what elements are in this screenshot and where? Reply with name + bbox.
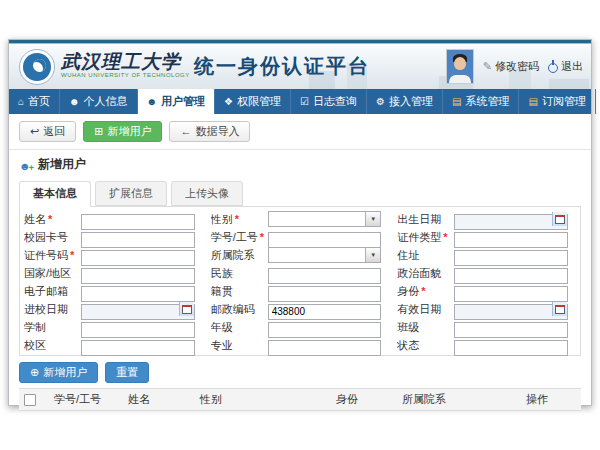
nav-item-home[interactable]: ⌂首页 bbox=[9, 89, 60, 114]
schooling-length-field-wrap bbox=[81, 319, 195, 335]
form-field-address: 住址 bbox=[397, 246, 576, 264]
calendar-picker-button[interactable] bbox=[552, 302, 567, 316]
political-status-label: 政治面貌 bbox=[397, 266, 454, 281]
id-number-field-wrap bbox=[81, 247, 195, 263]
gender-select[interactable]: ▼ bbox=[268, 211, 382, 227]
app-window: 武汉理工大学 WUHAN UNIVERSITY OF TECHNOLOGY 统一… bbox=[8, 39, 592, 406]
name-input[interactable] bbox=[81, 214, 195, 230]
status-input[interactable] bbox=[454, 340, 568, 356]
dropdown-button[interactable]: ▼ bbox=[365, 248, 380, 262]
nav-item-access-management[interactable]: ⚙接入管理 bbox=[367, 89, 443, 114]
department-select[interactable]: ▼ bbox=[268, 247, 382, 263]
form-field-campus-card-number: 校园卡号 bbox=[24, 228, 203, 246]
grade-field-wrap bbox=[268, 319, 382, 335]
schooling-length-input[interactable] bbox=[81, 322, 195, 338]
add-user-toolbar-button[interactable]: ⊞ 新增用户 bbox=[83, 121, 162, 142]
class-input[interactable] bbox=[454, 322, 568, 338]
form-field-identity: 身份* bbox=[397, 282, 576, 300]
table-column-header: 学号/工号 bbox=[49, 389, 123, 411]
tab-extended-info[interactable]: 扩展信息 bbox=[95, 181, 167, 206]
toolbar: ↩ 返回 ⊞ 新增用户 ← 数据导入 bbox=[19, 121, 581, 142]
form-field-gender: 性别*▼ bbox=[211, 210, 390, 228]
key-icon: ❖ bbox=[224, 97, 233, 107]
avatar-shoulders bbox=[449, 75, 471, 84]
chevron-down-icon: ▼ bbox=[370, 252, 376, 258]
student-employee-id-field-wrap bbox=[268, 229, 382, 245]
name-label: 姓名* bbox=[24, 212, 81, 227]
nav-item-system-management[interactable]: ▤系统管理 bbox=[443, 89, 519, 114]
postal-code-input[interactable] bbox=[268, 304, 382, 320]
email-field-wrap bbox=[81, 283, 195, 299]
university-name-en: WUHAN UNIVERSITY OF TECHNOLOGY bbox=[61, 72, 190, 78]
email-label: 电子邮箱 bbox=[24, 284, 81, 299]
nav-bar: ⌂首页☻个人信息☻用户管理❖权限管理☑日志查询⚙接入管理▤系统管理▤订阅管理 bbox=[9, 89, 591, 114]
campus-input[interactable] bbox=[81, 340, 195, 356]
id-type-input[interactable] bbox=[454, 232, 568, 248]
nav-item-subscription-management[interactable]: ▤订阅管理 bbox=[519, 89, 595, 114]
change-password-link[interactable]: ✎ 修改密码 bbox=[483, 59, 539, 74]
nav-item-label: 日志查询 bbox=[313, 94, 357, 109]
back-button[interactable]: ↩ 返回 bbox=[19, 121, 76, 142]
id-type-label: 证件类型* bbox=[397, 230, 454, 245]
political-status-input[interactable] bbox=[454, 268, 568, 284]
student-employee-id-input[interactable] bbox=[268, 232, 382, 248]
valid-date-input[interactable] bbox=[454, 304, 568, 320]
email-input[interactable] bbox=[81, 286, 195, 302]
nav-item-permission-management[interactable]: ❖权限管理 bbox=[215, 89, 291, 114]
birth-date-label: 出生日期 bbox=[397, 212, 454, 227]
valid-date-label: 有效日期 bbox=[397, 302, 454, 317]
nav-item-log-query[interactable]: ☑日志查询 bbox=[291, 89, 367, 114]
major-input[interactable] bbox=[268, 340, 382, 356]
back-arrow-icon: ↩ bbox=[30, 126, 39, 137]
section-title: ☻ + 新增用户 bbox=[19, 156, 581, 173]
form-field-political-status: 政治面貌 bbox=[397, 264, 576, 282]
native-place-input[interactable] bbox=[268, 286, 382, 302]
logout-link[interactable]: 退出 bbox=[548, 59, 583, 74]
select-all-checkbox[interactable] bbox=[24, 394, 36, 406]
ethnicity-input[interactable] bbox=[268, 268, 382, 284]
nav-item-profile[interactable]: ☻个人信息 bbox=[60, 89, 138, 114]
birth-date-input[interactable] bbox=[454, 214, 568, 230]
tab-basic-info[interactable]: 基本信息 bbox=[19, 181, 91, 207]
form-field-campus: 校区 bbox=[24, 336, 203, 354]
nav-item-user-management[interactable]: ☻用户管理 bbox=[138, 89, 216, 114]
grade-input[interactable] bbox=[268, 322, 382, 338]
logout-label: 退出 bbox=[561, 59, 583, 74]
enrollment-date-input[interactable] bbox=[81, 304, 195, 320]
main-content: ↩ 返回 ⊞ 新增用户 ← 数据导入 ☻ + 新增用户 基本信息扩展信息上传头像… bbox=[9, 114, 591, 402]
plus-circle-icon: ⊕ bbox=[30, 367, 39, 378]
calendar-picker-button[interactable] bbox=[552, 212, 567, 226]
back-label: 返回 bbox=[43, 124, 65, 139]
folder-icon: ▤ bbox=[528, 97, 537, 107]
form-field-id-number: 证件号码* bbox=[24, 246, 203, 264]
campus-card-number-input[interactable] bbox=[81, 232, 195, 248]
gender-label: 性别* bbox=[211, 212, 268, 227]
schooling-length-label: 学制 bbox=[24, 320, 81, 335]
nav-item-label: 系统管理 bbox=[465, 94, 509, 109]
ethnicity-label: 民族 bbox=[211, 266, 268, 281]
add-user-icon: ⊞ bbox=[94, 126, 103, 137]
user-avatar[interactable] bbox=[446, 49, 474, 84]
dropdown-button[interactable]: ▼ bbox=[365, 212, 380, 226]
address-input[interactable] bbox=[454, 250, 568, 266]
ethnicity-field-wrap bbox=[268, 265, 382, 281]
data-import-button[interactable]: ← 数据导入 bbox=[169, 121, 250, 142]
form-field-department: 所属院系▼ bbox=[211, 246, 390, 264]
submit-add-user-button[interactable]: ⊕ 新增用户 bbox=[19, 362, 98, 383]
tab-upload-avatar[interactable]: 上传头像 bbox=[171, 181, 243, 206]
required-asterisk: * bbox=[48, 213, 52, 225]
id-number-input[interactable] bbox=[81, 250, 195, 266]
user-icon: ☻ bbox=[69, 97, 80, 107]
country-region-input[interactable] bbox=[81, 268, 195, 284]
form-actions: ⊕ 新增用户 重置 bbox=[19, 362, 581, 383]
identity-field-wrap bbox=[454, 283, 568, 299]
country-region-field-wrap bbox=[81, 265, 195, 281]
identity-label: 身份* bbox=[397, 284, 454, 299]
reset-button[interactable]: 重置 bbox=[105, 362, 149, 383]
required-asterisk: * bbox=[235, 213, 239, 225]
app-header: 武汉理工大学 WUHAN UNIVERSITY OF TECHNOLOGY 统一… bbox=[9, 44, 591, 89]
identity-input[interactable] bbox=[454, 286, 568, 302]
add-user-section-icon: ☻ + bbox=[19, 159, 32, 171]
university-name-cn: 武汉理工大学 bbox=[61, 50, 190, 72]
calendar-picker-button[interactable] bbox=[179, 302, 194, 316]
